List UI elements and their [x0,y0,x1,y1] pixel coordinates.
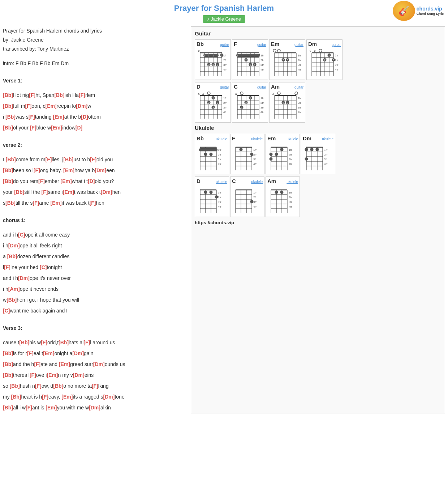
chord-em-ukulele[interactable]: Em ukulele 1fr [266,134,300,174]
chord-tag[interactable]: [F] [34,167,40,173]
chord-em-type[interactable]: guitar [294,43,303,47]
chord-tag[interactable]: [F] [92,383,98,389]
chord-tag[interactable]: [Em] [47,372,58,378]
chord-am-type[interactable]: guitar [294,85,303,89]
chord-tag[interactable]: [Em] [61,394,73,400]
chord-tag[interactable]: [Em] [53,114,64,120]
chord-tag[interactable]: [Bb] [5,114,16,120]
chord-tag[interactable]: [Em] [50,200,61,206]
chord-tag[interactable]: [F] [29,92,35,98]
chord-tag[interactable]: [Bb] [3,405,13,410]
chord-tag[interactable]: [F] [30,372,36,378]
chord-tag[interactable]: [Bb] [59,340,69,345]
chord-tag[interactable]: [Bb] [54,92,64,98]
chord-tag[interactable]: [Bb] [3,92,13,98]
chord-tag[interactable]: [F] [4,264,10,270]
chord-tag[interactable]: [F] [29,114,35,120]
chord-tag[interactable]: [F] [90,157,96,162]
chord-am-ukulele[interactable]: Am ukulele 1fr 2fr 3f [266,176,300,217]
chord-d-type[interactable]: guitar [220,85,229,89]
site-url[interactable]: https://chords.vip [195,220,441,225]
chord-tag[interactable]: [Bb] [7,254,17,259]
chord-tag[interactable]: [F] [26,405,32,410]
chord-tag[interactable]: [Bb] [3,103,13,109]
chord-tag[interactable]: [F] [45,157,52,162]
chord-c-uke-type[interactable]: ukulele [251,180,263,184]
chord-tag[interactable]: [Dm] [101,189,112,195]
chord-tag[interactable]: [Bb] [3,350,13,356]
chord-tag[interactable]: [Dm] [93,361,105,367]
chord-tag[interactable]: [Dm] [8,243,20,248]
chord-tag[interactable]: [Bb] [7,297,17,303]
chord-bb-guitar[interactable]: Bb guitar [195,39,231,80]
chord-tag[interactable]: [Em] [63,189,74,195]
chord-c-type[interactable]: guitar [257,85,266,89]
chord-tag[interactable]: [F] [41,340,47,345]
chord-tag[interactable]: [C] [18,232,25,238]
chord-bb-uke-type[interactable]: ukulele [216,137,227,141]
artist-name[interactable]: Jackie Greene [203,15,245,23]
chord-tag[interactable]: [F] [79,92,85,98]
chord-tag[interactable]: [Dm] [73,372,85,378]
chord-tag[interactable]: [F] [42,189,48,195]
chord-tag[interactable]: [F] [42,394,48,400]
chord-tag[interactable]: [Em] [63,167,74,173]
chord-tag[interactable]: [Em] [51,125,62,131]
chord-tag[interactable]: [D] [76,125,82,131]
chord-d-uke-type[interactable]: ukulele [216,180,227,184]
chord-tag[interactable]: [Bb] [11,394,21,400]
chord-tag[interactable]: [F] [35,383,42,389]
chord-tag[interactable]: [F] [27,350,34,356]
chord-tag[interactable]: [Bb] [3,372,13,378]
chord-em-uke-type[interactable]: ukulele [287,137,298,141]
chord-tag[interactable]: [F] [38,178,45,184]
chord-tag[interactable]: [Dm] [72,350,84,356]
chord-tag[interactable]: [Bb] [5,200,16,206]
chord-f-guitar[interactable]: F guitar 1 [232,39,268,80]
chord-tag[interactable]: [F] [25,103,31,109]
chord-tag[interactable]: [F] [34,361,40,367]
chord-tag[interactable]: [D] [88,178,95,184]
chord-tag[interactable]: [Em] [45,103,56,109]
chord-tag[interactable]: [Bb] [3,361,13,367]
chord-tag[interactable]: [Em] [59,361,70,367]
chord-f-type[interactable]: guitar [257,43,266,47]
chord-tag[interactable]: [Dm] [18,275,30,281]
chord-tag[interactable]: [Bb] [3,178,13,184]
chord-tag[interactable]: [Em] [46,405,57,410]
chord-tag[interactable]: [Em] [61,178,72,184]
chord-dm-guitar[interactable]: Dm guitar x x [306,39,343,80]
chord-tag[interactable]: [Bb] [6,157,16,162]
chord-dm-type[interactable]: guitar [332,43,341,47]
chord-tag[interactable]: [F] [33,200,39,206]
chord-tag[interactable]: [D] [81,114,88,120]
chord-c-guitar[interactable]: C guitar x 1fr [232,82,268,123]
chord-tag[interactable]: [Dm] [103,394,115,400]
chord-tag[interactable]: [Bb] [3,125,13,131]
chord-tag[interactable]: [C] [3,308,10,314]
chord-tag[interactable]: [Bb] [53,383,63,389]
chord-tag[interactable]: [Bb] [10,383,20,389]
chord-d-ukulele[interactable]: D ukulele 1fr 2fr [195,176,229,217]
chord-am-guitar[interactable]: Am guitar x [269,82,305,123]
chord-tag[interactable]: [F] [30,125,36,131]
chord-tag[interactable]: [F] [90,200,96,206]
chord-d-guitar[interactable]: D guitar x x [195,82,231,123]
chord-am-uke-type[interactable]: ukulele [287,180,298,184]
chord-em-guitar[interactable]: Em guitar [269,39,305,80]
chord-tag[interactable]: [Em] [43,350,54,356]
chord-tag[interactable]: [Dm] [76,103,87,109]
chord-tag[interactable]: [F] [83,340,90,345]
chord-tag[interactable]: [Dm] [89,405,100,410]
chord-dm-ukulele[interactable]: Dm ukulele 1fr [301,134,335,174]
chord-tag[interactable]: [Am] [8,286,20,292]
chord-c-ukulele[interactable]: C ukulele 1fr 2fr 3fr [230,176,264,217]
chord-tag[interactable]: [Dm] [95,167,106,173]
chord-tag[interactable]: [Bb] [19,340,29,345]
chord-tag[interactable]: [C] [40,264,47,270]
chord-f-uke-type[interactable]: ukulele [251,137,263,141]
chord-bb-type[interactable]: guitar [220,43,229,47]
chord-f-ukulele[interactable]: F ukulele 1fr [230,134,264,174]
artist-badge[interactable]: Jackie Greene [0,15,448,23]
chord-tag[interactable]: [Bb] [63,157,73,162]
